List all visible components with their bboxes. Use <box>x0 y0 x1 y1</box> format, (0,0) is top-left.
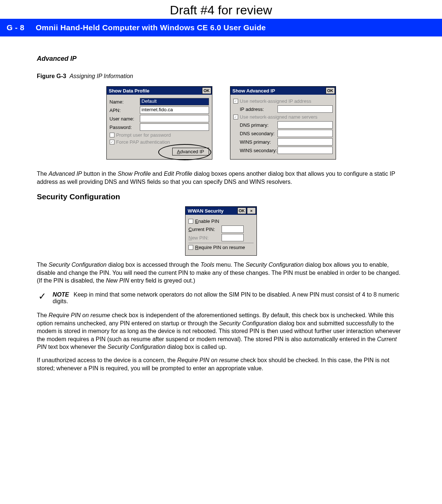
use-ns-label: Use network-assigned name servers <box>240 114 318 120</box>
password-input[interactable] <box>140 123 209 131</box>
apn-input[interactable]: internet.fido.ca <box>140 106 209 114</box>
force-pap-checkbox[interactable]: ✓ <box>110 140 114 144</box>
use-ip-label: Use network-assigned IP address <box>240 98 311 104</box>
name-label: Name: <box>110 99 140 105</box>
dialog1-title: Show Data Profile <box>109 88 150 94</box>
show-advanced-ip-dialog: Show Advanced IP OK ✓ Use network-assign… <box>230 86 336 160</box>
dialog3-title: WWAN Security <box>188 208 224 214</box>
dialog2-title: Show Advanced IP <box>233 88 275 94</box>
dns-primary-input[interactable] <box>277 121 333 129</box>
apn-label: APN: <box>110 108 140 113</box>
new-pin-label: New PIN: <box>188 235 222 241</box>
dialog2-ok-button[interactable]: OK <box>326 87 335 94</box>
dialog3-ok-button[interactable]: OK <box>237 207 247 214</box>
user-label: User name: <box>110 116 140 122</box>
use-ip-checkbox[interactable]: ✓ <box>233 99 238 104</box>
dialog1-title-bar: Show Data Profile OK <box>107 87 212 95</box>
dns-primary-label: DNS primary: <box>233 122 277 128</box>
user-input[interactable] <box>140 115 209 122</box>
page-header: G - 8 Omnii Hand-Held Computer with Wind… <box>0 19 442 36</box>
wins-secondary-label: WINS secondary: <box>233 148 277 153</box>
note-text: Keep in mind that some network operators… <box>53 291 399 304</box>
use-ns-checkbox[interactable]: ✓ <box>233 115 238 119</box>
name-input[interactable]: Default <box>140 98 209 105</box>
divider <box>188 243 254 243</box>
wins-primary-input[interactable] <box>277 138 333 146</box>
new-pin-input[interactable] <box>222 234 244 241</box>
require-pin-label: Require PIN on resume <box>195 245 245 250</box>
dialog1-ok-button[interactable]: OK <box>202 87 211 94</box>
enable-pin-checkbox[interactable] <box>188 219 193 224</box>
security-paragraph-1: The Security Configuration dialog box is… <box>37 261 405 285</box>
security-paragraph-2: The Require PIN on resume check box is i… <box>37 311 405 351</box>
force-pap-label: Force PAP authentication <box>116 139 170 145</box>
prompt-label: Prompt user for password <box>116 132 171 138</box>
show-data-profile-dialog: Show Data Profile OK Name: Default APN: … <box>106 86 212 160</box>
advanced-ip-button[interactable]: Advanced IP <box>172 148 209 155</box>
dialog3-title-bar: WWAN Security OK × <box>185 207 257 215</box>
dns-secondary-label: DNS secondary: <box>233 131 277 136</box>
advanced-ip-heading: Advanced IP <box>37 55 405 63</box>
enable-pin-label: Enable PIN <box>195 218 219 224</box>
draft-banner: Draft #4 for review <box>0 0 442 19</box>
note-label: NOTE <box>53 291 69 298</box>
dialog2-title-bar: Show Advanced IP OK <box>230 87 336 95</box>
wins-secondary-input[interactable] <box>277 147 333 154</box>
dns-secondary-input[interactable] <box>277 130 333 137</box>
password-label: Password: <box>110 125 140 130</box>
ip-address-input[interactable] <box>277 105 333 113</box>
figure-label: Figure G-3 Assigning IP Information <box>37 73 405 80</box>
prompt-checkbox[interactable] <box>110 133 114 137</box>
wins-primary-label: WINS primary: <box>233 139 277 145</box>
security-paragraph-3: If unauthorized access to the device is … <box>37 356 405 372</box>
dialog3-close-button[interactable]: × <box>247 207 256 214</box>
guide-title: Omnii Hand-Held Computer with Windows CE… <box>36 23 266 32</box>
figure-caption: Assigning IP Information <box>70 73 133 79</box>
security-configuration-heading: Security Configuration <box>37 192 405 201</box>
note-block: ✓ NOTE Keep in mind that some network op… <box>37 291 405 305</box>
current-pin-label: Current PIN: <box>188 227 222 232</box>
advanced-ip-paragraph: The Advanced IP button in the Show Profi… <box>37 170 405 186</box>
require-pin-checkbox[interactable] <box>188 245 193 250</box>
checkmark-icon: ✓ <box>37 291 47 301</box>
figure-number: Figure G-3 <box>37 73 66 79</box>
current-pin-input[interactable] <box>222 225 244 233</box>
wwan-security-dialog: WWAN Security OK × Enable PIN Current PI… <box>185 206 257 256</box>
page-ref: G - 8 <box>7 23 24 32</box>
ip-address-label: IP address: <box>233 106 277 112</box>
